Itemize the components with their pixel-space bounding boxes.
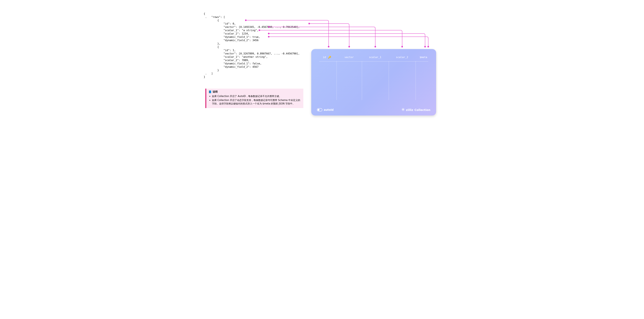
code-line: "id": 1, — [204, 49, 236, 52]
brand-name: zilliz — [406, 108, 413, 112]
column-meta: $meta — [417, 56, 430, 61]
header-rule — [319, 61, 428, 62]
collection-card: id 🔑 vector scalar_1 scalar_2 $meta — [311, 49, 436, 116]
column-header-meta: $meta — [420, 56, 427, 59]
brand-suffix: Collection — [414, 108, 430, 112]
info-title: 📘 说明 — [208, 90, 301, 94]
svg-point-5 — [328, 46, 330, 48]
code-line: { — [204, 46, 219, 49]
column-id: id 🔑 — [319, 56, 335, 61]
json-code-block: { . "rows": [ { "id": 0, "vector": [0.14… — [204, 9, 300, 79]
brand-label: zilliz Collection — [402, 108, 430, 112]
info-bullet: 如果 Collection 开启了动态字段支持，每条数据记录均可携带 Schem… — [212, 98, 301, 106]
toggle-icon — [317, 108, 322, 111]
column-header-scalar2: scalar_2 — [396, 56, 408, 59]
column-scalar2: scalar_2 — [390, 56, 414, 61]
key-icon: 🔑 — [328, 56, 331, 59]
diagram-canvas: { . "rows": [ { "id": 0, "vector": [0.14… — [199, 0, 445, 122]
code-line: } — [204, 69, 219, 72]
code-line: "dynamic_field_1": false, — [204, 62, 262, 65]
card-footer: autoId zilliz Collection — [317, 108, 430, 112]
autoid-indicator: autoId — [317, 108, 334, 111]
svg-point-11 — [401, 46, 403, 48]
code-line: "dynamic_field_2": 3456 — [204, 39, 258, 42]
columns-area: id 🔑 vector scalar_1 scalar_2 $meta — [319, 56, 428, 100]
code-line: { — [204, 19, 219, 22]
column-header-id: id — [323, 56, 326, 59]
code-line: "vector": [0.3267899, 0.8907667, ..., -0… — [204, 52, 300, 55]
column-scalar1: scalar_1 — [364, 56, 387, 61]
code-line: "id": 0, — [204, 22, 236, 25]
column-header-scalar1: scalar_1 — [369, 56, 381, 59]
code-line: . "rows": [ — [204, 16, 225, 19]
info-title-text: 说明 — [212, 90, 218, 94]
autoid-label: autoId — [324, 108, 334, 111]
book-icon: 📘 — [208, 90, 212, 93]
info-box: 📘 说明 如果 Collection 开启了 AutoID，每条数据记录不允许携… — [205, 89, 303, 108]
code-line: "dynamic_field_2": 4567 — [204, 65, 258, 68]
svg-point-9 — [374, 46, 376, 48]
column-separator — [336, 61, 337, 100]
column-separator — [362, 61, 362, 100]
code-line: "dynamic_field_1": true, — [204, 36, 260, 39]
svg-point-6 — [308, 23, 310, 24]
info-list: 如果 Collection 开启了 AutoID，每条数据记录不允许携带主键。 … — [208, 95, 301, 106]
column-separator — [416, 61, 416, 100]
code-line: } — [204, 75, 205, 78]
code-line: "vector": [0.1493345, -0.4567898, ..., 0… — [204, 26, 300, 29]
info-bullet: 如果 Collection 开启了 AutoID，每条数据记录不允许携带主键。 — [212, 95, 301, 98]
column-vector: vector — [338, 56, 360, 61]
code-line: "scalar_1": "a string", — [204, 29, 258, 32]
code-line: "scalar_1": "another string", — [204, 55, 268, 58]
svg-point-15 — [428, 46, 429, 48]
svg-point-7 — [348, 46, 350, 48]
code-line: . ] — [204, 72, 213, 75]
code-line: "scalar_2": 7889, — [204, 59, 250, 62]
code-line: }, — [204, 42, 220, 45]
code-line: { — [204, 12, 205, 15]
column-header-vector: vector — [344, 56, 354, 59]
svg-point-13 — [424, 46, 426, 48]
spark-icon — [402, 108, 405, 112]
code-line: "scalar_2": 1234, — [204, 32, 250, 35]
